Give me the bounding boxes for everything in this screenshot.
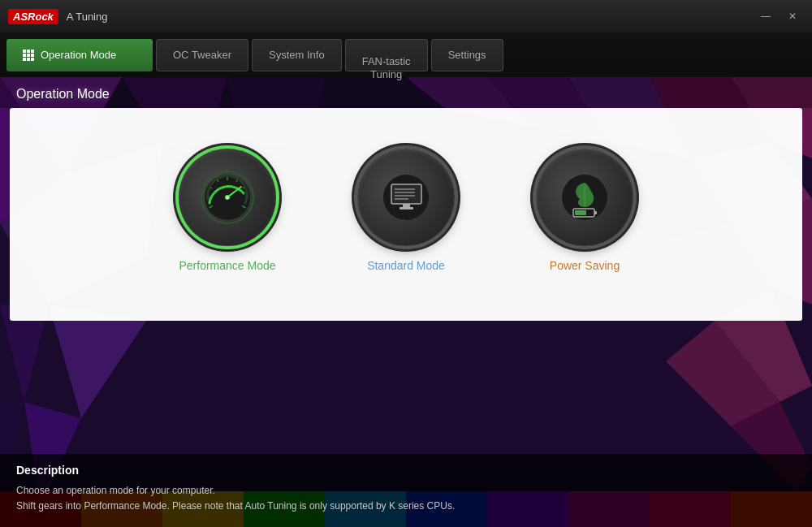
description-line1: Choose an operation mode for your comput…: [16, 483, 796, 499]
power-saving-circle[interactable]: [536, 149, 633, 246]
svg-rect-59: [575, 210, 586, 215]
power-saving-label: Power Saving: [550, 259, 620, 272]
tab-settings[interactable]: Settings: [431, 39, 503, 71]
performance-mode-circle[interactable]: [179, 149, 276, 246]
svg-rect-54: [400, 207, 413, 210]
tab-operation-mode-label: Operation Mode: [41, 49, 116, 61]
minimize-button[interactable]: —: [754, 7, 777, 25]
tab-operation-mode[interactable]: Operation Mode: [6, 39, 153, 71]
performance-mode-label: Performance Mode: [179, 259, 275, 272]
description-line2: Shift gears into Performance Mode. Pleas…: [16, 499, 796, 514]
close-button[interactable]: ✕: [781, 7, 804, 25]
description-title: Description: [16, 464, 796, 477]
svg-point-46: [227, 197, 229, 199]
app-title: A Tuning: [67, 11, 108, 23]
description-area: Description Choose an operation mode for…: [0, 454, 812, 527]
page-title: Operation Mode: [16, 87, 110, 101]
standard-mode-circle[interactable]: [357, 149, 455, 246]
standard-mode-label: Standard Mode: [367, 259, 445, 272]
title-bar-controls: — ✕: [754, 7, 804, 25]
asrock-logo: ASRock: [8, 9, 58, 24]
mode-container: Performance Mode: [10, 108, 802, 321]
tab-system-info[interactable]: System Info: [252, 39, 342, 71]
main-area: Operation Mode: [0, 77, 812, 527]
leaf-battery-icon: [559, 171, 611, 224]
nav-bar: Operation Mode OC Tweaker System Info FA…: [0, 32, 812, 77]
grid-icon: [23, 50, 34, 61]
svg-rect-48: [391, 184, 421, 204]
page-title-section: Operation Mode: [0, 77, 812, 108]
performance-mode-item[interactable]: Performance Mode: [179, 149, 276, 272]
title-bar-left: ASRock A Tuning: [8, 9, 107, 24]
tab-oc-tweaker[interactable]: OC Tweaker: [156, 39, 248, 71]
tab-fan-tastic-label: FAN-tasticTuning: [362, 55, 411, 80]
tab-fan-tastic[interactable]: FAN-tasticTuning: [345, 39, 428, 71]
title-bar: ASRock A Tuning — ✕: [0, 0, 812, 32]
content-panel: Performance Mode: [10, 108, 802, 321]
power-saving-item[interactable]: Power Saving: [536, 149, 633, 272]
speedometer-icon: [199, 169, 256, 226]
svg-rect-58: [594, 211, 597, 214]
standard-mode-item[interactable]: Standard Mode: [357, 149, 455, 272]
monitor-icon: [380, 171, 433, 224]
